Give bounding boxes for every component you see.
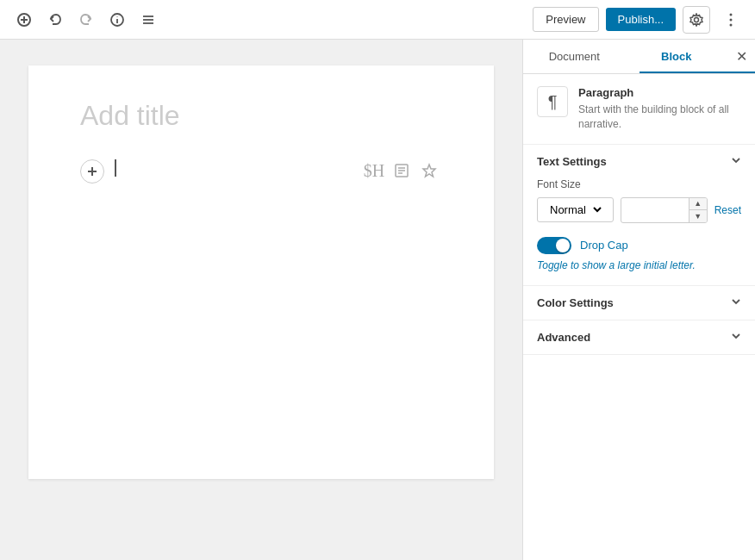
block-type-name: Paragraph: [578, 86, 741, 99]
main-content: Add title $H: [0, 40, 755, 560]
main-toolbar: Preview Publish...: [0, 0, 755, 40]
toolbar-left-group: [10, 6, 162, 34]
svg-point-11: [730, 18, 733, 21]
info-button[interactable]: [103, 6, 131, 34]
advanced-chevron-icon: [731, 331, 741, 344]
color-settings-header[interactable]: Color Settings: [523, 286, 755, 320]
font-size-select-wrapper[interactable]: Normal Small Medium Large Larger: [537, 197, 614, 222]
advanced-header[interactable]: Advanced: [523, 320, 755, 354]
more-format-button[interactable]: [389, 158, 415, 184]
svg-marker-19: [423, 165, 435, 177]
tab-document[interactable]: Document: [523, 40, 626, 73]
svg-point-12: [730, 23, 733, 26]
sidebar-close-button[interactable]: ✕: [727, 43, 755, 71]
text-settings-title: Text Settings: [537, 155, 607, 168]
drop-cap-label: Drop Cap: [580, 239, 628, 252]
settings-button[interactable]: [683, 6, 710, 34]
spinner-down-button[interactable]: ▼: [689, 210, 707, 222]
text-settings-section: Text Settings Font Size Normal Small Med…: [523, 145, 755, 286]
block-type-icon: ¶: [537, 86, 568, 117]
svg-point-10: [730, 13, 733, 16]
block-info-section: ¶ Paragraph Start with the building bloc…: [523, 74, 755, 145]
color-settings-section: Color Settings: [523, 286, 755, 320]
preview-button[interactable]: Preview: [533, 7, 598, 32]
number-spinners: ▲ ▼: [689, 198, 707, 222]
spinner-up-button[interactable]: ▲: [689, 198, 707, 210]
star-format-button[interactable]: [416, 158, 442, 184]
editor-page[interactable]: Add title $H: [28, 65, 494, 479]
undo-button[interactable]: [41, 6, 69, 34]
color-settings-chevron-icon: [731, 296, 741, 309]
font-size-label: Font Size: [537, 178, 741, 190]
redo-button[interactable]: [72, 6, 100, 34]
text-settings-content: Font Size Normal Small Medium Large Larg…: [523, 178, 755, 285]
drop-cap-row: Drop Cap: [537, 237, 741, 254]
font-size-number-input-wrapper: ▲ ▼: [621, 197, 708, 223]
font-size-number-input[interactable]: [621, 199, 689, 221]
more-options-button[interactable]: [717, 6, 745, 34]
add-block-toolbar-button[interactable]: [10, 6, 38, 34]
text-settings-header[interactable]: Text Settings: [523, 145, 755, 178]
sidebar-panel: Document Block ✕ ¶ Paragraph Start with …: [522, 40, 755, 560]
font-size-row: Normal Small Medium Large Larger ▲ ▼: [537, 197, 741, 223]
title-placeholder[interactable]: Add title: [80, 100, 442, 132]
drop-cap-description: Toggle to show a large initial letter.: [537, 259, 741, 271]
tab-block[interactable]: Block: [626, 40, 728, 73]
editor-content: $H: [80, 158, 442, 192]
editor-area[interactable]: Add title $H: [0, 40, 522, 560]
svg-point-9: [695, 17, 699, 22]
font-size-select[interactable]: Normal Small Medium Large Larger: [546, 202, 604, 217]
block-type-description: Start with the building block of all nar…: [578, 103, 741, 132]
text-cursor: [115, 159, 116, 177]
font-size-reset-button[interactable]: Reset: [714, 200, 741, 221]
drop-cap-toggle[interactable]: [537, 237, 571, 254]
tab-indicator: [640, 72, 756, 73]
advanced-title: Advanced: [537, 331, 590, 344]
block-info-text: Paragraph Start with the building block …: [578, 86, 741, 132]
add-block-inline-button[interactable]: [80, 159, 104, 184]
svg-point-5: [117, 16, 118, 17]
format-toolbar: $H: [361, 158, 442, 184]
sidebar-tabs: Document Block ✕: [523, 40, 755, 74]
advanced-section: Advanced: [523, 320, 755, 355]
color-settings-title: Color Settings: [537, 296, 614, 309]
toggle-knob: [556, 239, 570, 252]
text-settings-chevron-icon: [731, 155, 741, 168]
toolbar-right-group: Preview Publish...: [533, 6, 745, 34]
publish-button[interactable]: Publish...: [606, 8, 676, 31]
dropcap-format-button[interactable]: $H: [361, 158, 387, 184]
list-view-button[interactable]: [134, 6, 162, 34]
